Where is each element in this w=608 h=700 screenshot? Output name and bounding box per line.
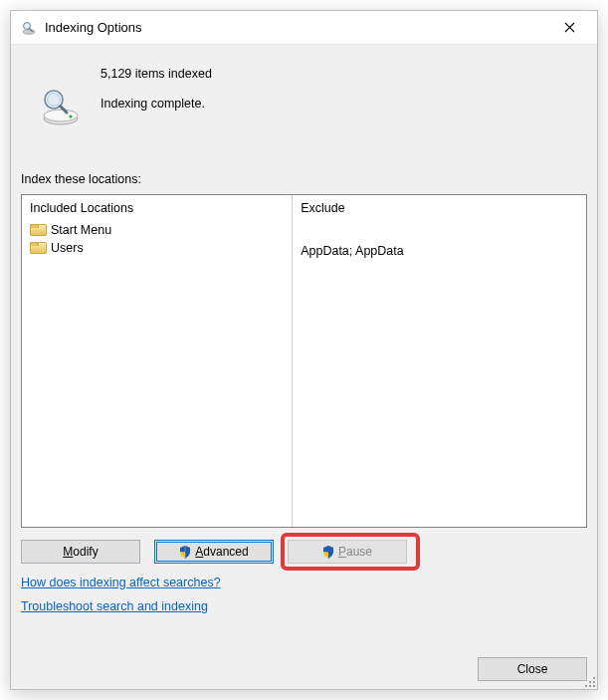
exclude-column: Exclude AppData; AppData: [293, 195, 586, 527]
how-indexing-link[interactable]: How does indexing affect searches?: [21, 576, 221, 589]
window-title: Indexing Options: [45, 20, 549, 35]
locations-list[interactable]: Included Locations Start Menu Users Excl…: [21, 194, 587, 528]
titlebar: Indexing Options: [11, 11, 597, 45]
pause-button: Pause: [288, 540, 407, 564]
indexing-icon: [21, 20, 37, 36]
troubleshoot-link[interactable]: Troubleshoot search and indexing: [21, 599, 208, 613]
status-text: 5,129 items indexed Indexing complete.: [101, 65, 212, 111]
svg-point-7: [69, 115, 72, 117]
magnifier-drive-icon: [21, 65, 101, 126]
location-name: Start Menu: [51, 223, 111, 237]
included-header: Included Locations: [30, 201, 284, 215]
button-row: Modify Advanced: [21, 540, 587, 564]
svg-point-0: [23, 29, 35, 33]
svg-point-9: [48, 94, 61, 107]
folder-icon: [30, 224, 45, 236]
advanced-button[interactable]: Advanced: [154, 540, 274, 564]
svg-point-6: [44, 110, 78, 121]
folder-icon: [30, 242, 45, 254]
resize-gripper[interactable]: [583, 675, 595, 687]
list-item[interactable]: Start Menu: [30, 223, 284, 237]
footer: Close: [21, 649, 587, 681]
list-item[interactable]: Users: [30, 241, 284, 255]
index-locations-label: Index these locations:: [21, 172, 587, 186]
modify-button[interactable]: Modify: [21, 540, 140, 564]
exclude-header: Exclude: [301, 201, 578, 215]
location-name: Users: [51, 241, 84, 255]
indexing-options-dialog: Indexing Options 5,129 items ind: [10, 10, 598, 690]
dialog-body: 5,129 items indexed Indexing complete. I…: [11, 45, 597, 689]
shield-icon: [179, 546, 191, 559]
shield-icon: [322, 546, 334, 559]
items-indexed-label: 5,129 items indexed: [101, 67, 212, 81]
included-column: Included Locations Start Menu Users: [22, 195, 293, 527]
help-links: How does indexing affect searches? Troub…: [21, 576, 587, 613]
indexing-state-label: Indexing complete.: [101, 97, 212, 111]
exclude-cell: [301, 223, 578, 240]
exclude-cell: AppData; AppData: [301, 244, 578, 258]
close-icon[interactable]: [549, 15, 589, 41]
close-button[interactable]: Close: [478, 657, 587, 681]
status-area: 5,129 items indexed Indexing complete.: [21, 55, 587, 126]
